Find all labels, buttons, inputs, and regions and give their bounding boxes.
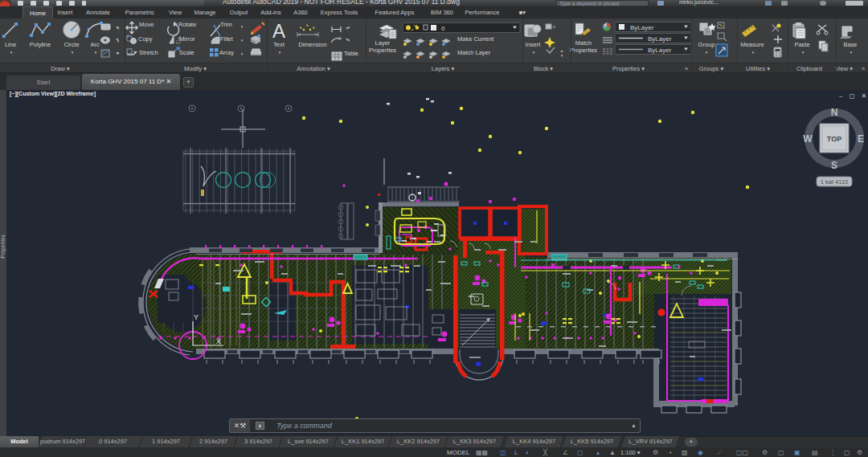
svg-text:N: N (831, 107, 838, 118)
svg-text:ByLayer: ByLayer (648, 35, 672, 43)
svg-text:0: 0 (441, 25, 445, 32)
svg-text:E: E (858, 133, 864, 145)
svg-text:W: W (803, 133, 813, 145)
svg-text:1 kat 4110: 1 kat 4110 (821, 178, 848, 186)
svg-text:A: A (272, 20, 285, 42)
svg-text:ByLayer: ByLayer (630, 24, 654, 31)
svg-text:X: X (216, 337, 221, 345)
svg-text:Y: Y (194, 313, 199, 321)
svg-text:TOP: TOP (827, 135, 841, 143)
svg-text:S: S (831, 160, 837, 171)
svg-text:ByLayer: ByLayer (648, 47, 672, 54)
